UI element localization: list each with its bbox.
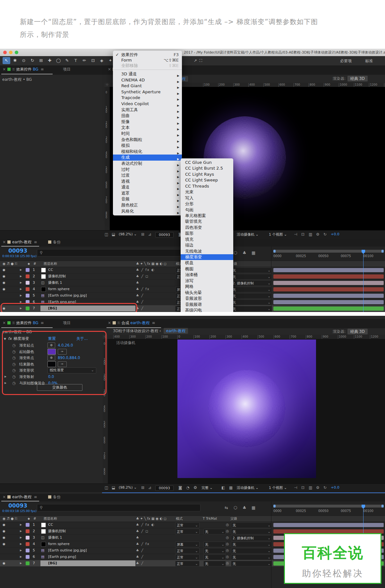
brush-tool-icon[interactable]: ✏ [81,57,88,64]
view-option-icon[interactable]: ▥ [309,232,312,237]
parent-dropdown[interactable]: 无⌄ [231,548,272,554]
close-icon[interactable]: × [3,67,6,71]
expand-arrow-icon[interactable]: ▶ [20,522,22,528]
view-option-icon[interactable]: ⚙ [316,232,320,237]
safe-area-icon[interactable]: ⊿ [148,485,151,490]
expand-arrow-icon[interactable]: ▶ [20,528,22,534]
mode-dropdown[interactable]: 正常⌄ [175,561,200,567]
submenu-item-高级闪电[interactable]: 高级闪电 [181,307,233,312]
expand-arrow-icon[interactable]: ▶ [20,541,22,547]
layer-switches[interactable]: ♣ ╱ fx ◐ [136,522,155,528]
parent-dropdown[interactable]: 无⌄ [231,267,272,273]
expand-arrow-icon[interactable]: ▶ [20,534,22,541]
layer-duration-bar[interactable] [273,287,384,291]
playhead-line[interactable] [363,253,364,312]
menu-item-生成[interactable]: 生成▶ [113,155,182,161]
parent-pickwhip-icon[interactable]: ◎ [226,547,229,554]
menu-item-颜色校正[interactable]: 颜色校正▶ [113,202,182,208]
submenu-item-四色渐变[interactable]: 四色渐变 [181,225,233,231]
layer-label-swatch[interactable] [26,294,30,298]
parent-pickwhip-icon[interactable]: ◎ [226,534,229,541]
parent-dropdown[interactable]: 无⌄ [231,554,272,560]
exposure-value[interactable]: +0.0 [331,232,339,236]
layer-name[interactable]: [Earth outline jpg.jpg] [48,292,87,299]
snapshot-icon[interactable]: ❂ [194,485,197,490]
trkmat-dropdown[interactable]: 无⌄ [203,542,226,547]
trkmat-dropdown[interactable]: 无⌄ [203,561,226,567]
menu-item-杂色和颗粒[interactable]: 杂色和颗粒▶ [113,137,182,143]
layer-name[interactable]: form sphere [48,541,70,547]
type-tool-icon[interactable]: T [72,57,80,64]
layer-label-swatch[interactable] [26,542,30,546]
parent-pickwhip-icon[interactable]: ◎ [226,522,229,528]
menu-item-模拟[interactable]: 模拟▶ [113,143,182,149]
tab-effect-controls[interactable]: ×⚿效果控件 BG≡ [3,67,44,74]
mode-dropdown[interactable]: 正常⌄ [175,522,200,528]
layer-switches[interactable]: ♣ [136,280,140,286]
workspace-standard-button[interactable]: 标准 [365,58,373,64]
submenu-item-网格[interactable]: 网格 [181,284,233,290]
timeline-toolbar-icon[interactable]: ♣ [243,505,246,510]
eraser-tool-icon[interactable]: ◈ [98,57,106,64]
shape-tool-icon[interactable]: ◯ [55,57,62,64]
submenu-item-CC Light Burst 2.5[interactable]: CC Light Burst 2.5 [181,165,233,171]
layer-name[interactable]: [Earth png.png] [48,554,76,560]
panel-menu-icon[interactable]: ≡ [41,67,44,71]
snapshot-icon[interactable]: ◔ [186,485,189,490]
expand-arrow-icon[interactable]: ▶ [20,560,22,567]
layer-name[interactable]: [Earth outline jpg.jpg] [48,547,87,554]
expand-arrow-icon[interactable]: ▶ [20,292,22,299]
timeline-tab-active[interactable]: ×earth-教程≡ [3,494,37,501]
menu-item-全部移除[interactable]: 全部移除⇧⌘E [113,63,182,68]
layer-row-CC[interactable]: ◉▶1CC♣ ╱ fx ◐正常⌄◎无⌄ [0,522,385,528]
layer-label-swatch[interactable] [26,529,30,533]
layer-duration-bar[interactable] [273,268,384,272]
viewport-icon[interactable]: ◫ [105,232,108,237]
visibility-eye-icon[interactable]: ◉ [3,528,5,534]
view-option-icon[interactable]: ⊣ [294,485,297,490]
submenu-item-描边[interactable]: 描边 [181,242,233,248]
expand-arrow-icon[interactable]: ▶ [20,280,22,286]
submenu-item-无线电波[interactable]: 无线电波 [181,248,233,254]
camera-view-select[interactable]: 活动摄像机 ⌄ [237,232,259,237]
submenu-item-CC Threads[interactable]: CC Threads [181,183,233,189]
work-area-bar[interactable] [273,250,384,253]
safe-area-icon[interactable]: ⊞ [141,485,144,490]
menu-item-Video Copilot[interactable]: Video Copilot▶ [113,101,182,107]
visibility-eye-icon[interactable]: ◉ [3,560,5,567]
parent-pickwhip-icon[interactable]: ◎ [226,528,229,534]
mode-dropdown[interactable]: 正常⌄ [175,548,200,554]
layer-switches[interactable]: ♣ ╱ fx [136,541,150,547]
submenu-item-棋盘[interactable]: 棋盘 [181,260,233,266]
visibility-eye-icon[interactable]: ◉ [3,273,5,280]
layer-switches[interactable]: ♣ ╱ [136,547,144,554]
menu-item-Form[interactable]: Form⌥⇧⌘E [113,57,182,63]
layer-label-swatch[interactable] [26,274,30,278]
submenu-item-分形[interactable]: 分形 [181,201,233,207]
view-option-icon[interactable]: ⊣ [294,232,297,237]
parent-dropdown[interactable]: 2. 摄像机控制⌄ [231,280,272,286]
submenu-item-音频波形[interactable]: 音频波形 [181,296,233,301]
exposure-value[interactable]: +0.0 [331,485,339,490]
panel-menu-icon[interactable]: ≡ [41,321,44,325]
current-frame[interactable]: 00093 [8,248,27,254]
layer-label-swatch[interactable] [26,268,30,272]
submenu-item-CC Light Sweep[interactable]: CC Light Sweep [181,177,233,183]
layer-switches[interactable]: ♣ ╱ ◻ [136,273,149,280]
expand-arrow-icon[interactable]: ▶ [20,267,22,273]
tab-effect-controls[interactable]: ×⚿效果控件 BG≡ [3,320,44,327]
parent-dropdown[interactable]: 无⌄ [231,542,272,547]
menu-item-透视[interactable]: 透视▶ [113,179,182,185]
timeline-toolbar-icon[interactable]: ▦ [252,505,255,510]
menu-item-Synthetic Aperture[interactable]: Synthetic Aperture▶ [113,89,182,95]
pan-behind-tool-icon[interactable]: ✚ [46,57,54,64]
close-icon[interactable]: × [108,67,111,71]
zoom-level-select[interactable]: (98.2%) ⌄ [119,232,137,236]
menu-item-表达式控制[interactable]: 表达式控制▶ [113,161,182,167]
expand-arrow-icon[interactable]: ▶ [20,554,22,560]
layer-label-swatch[interactable] [26,523,30,527]
view-option-icon[interactable]: ▥ [309,485,312,490]
submenu-item-CC Glue Gun[interactable]: CC Glue Gun [181,160,233,165]
view-layout-select[interactable]: 1 个视图 ⌄ [269,232,287,237]
parent-pickwhip-icon[interactable]: ◎ [226,541,229,547]
